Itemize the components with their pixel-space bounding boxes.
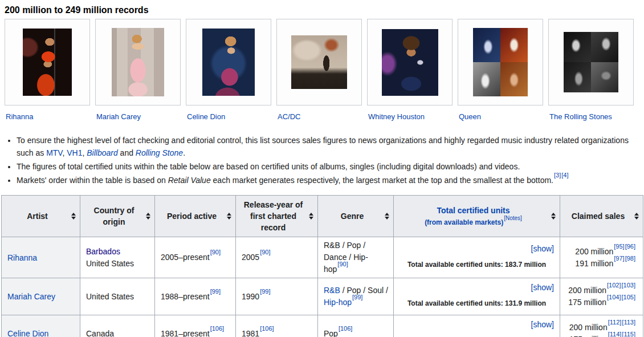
show-toggle-row: [show] [400, 282, 554, 293]
total-certified-units-link[interactable]: Total certified units [437, 206, 510, 215]
column-header-country[interactable]: Country of origin [80, 196, 155, 237]
gallery-caption-link-rihanna[interactable]: Rihanna [6, 112, 33, 121]
column-header-label: Claimed sales [572, 212, 625, 221]
column-header-period[interactable]: Period active [155, 196, 236, 237]
artist-link[interactable]: Celine Dion [7, 329, 48, 337]
reference-link[interactable]: [95] [614, 243, 624, 250]
wiki-link[interactable]: Billboard [87, 148, 117, 157]
sort-icon [634, 213, 639, 220]
column-header-artist[interactable]: Artist [2, 196, 80, 237]
gallery-thumb-mariah[interactable] [95, 19, 181, 105]
gallery-caption: AC/DC [276, 112, 362, 121]
reference-link[interactable]: [99] [352, 294, 362, 301]
column-header-claimed[interactable]: Claimed sales [560, 196, 643, 237]
claimed-sales-line: 191 million[97][98] [566, 258, 635, 270]
reference-link[interactable]: [3] [554, 172, 561, 178]
reference: [3] [554, 172, 561, 178]
reference: [90] [260, 249, 270, 255]
reference-link[interactable]: [96] [625, 243, 635, 250]
gallery-caption-link-acdc[interactable]: AC/DC [278, 112, 300, 121]
reference-link[interactable]: [106] [260, 325, 274, 332]
reference-link[interactable]: [114] [608, 331, 622, 337]
note-item-2: The figures of total certified units wit… [17, 160, 641, 173]
gallery-thumb-acdc[interactable] [276, 19, 362, 105]
column-header-genre[interactable]: Genre [318, 196, 394, 237]
reference: [106] [339, 325, 352, 332]
rolling-stones-photo [564, 32, 618, 92]
gallery-caption: Celine Dion [186, 112, 271, 121]
show-toggle[interactable]: [show] [531, 283, 554, 292]
column-header-certified[interactable]: Total certified units(from available mar… [394, 196, 560, 237]
reference: [90] [210, 249, 221, 255]
reference-link[interactable]: [105] [622, 294, 635, 301]
reference-link[interactable]: [113] [622, 319, 635, 326]
gallery-thumb-celine[interactable] [186, 19, 271, 105]
wiki-link[interactable]: VH1 [67, 148, 82, 157]
reference: [97] [614, 255, 624, 262]
whitney-houston-photo [382, 29, 438, 96]
notes-reference: [Notes] [504, 215, 522, 221]
gallery-thumb-stones[interactable] [548, 19, 634, 105]
sort-icon [385, 213, 390, 220]
gallery-caption-link-stones[interactable]: The Rolling Stones [549, 112, 612, 121]
notes-reference-link[interactable]: [Notes] [504, 215, 522, 221]
reference-link[interactable]: [112] [608, 319, 622, 326]
gallery-thumb-whitney[interactable] [367, 19, 453, 105]
gallery-item-stones: The Rolling Stones [548, 19, 634, 121]
wiki-link[interactable]: MTV [46, 148, 62, 157]
genre-cell: R&B / Pop / Soul / Hip-hop[99] [318, 278, 394, 315]
column-header-release[interactable]: Release-year of first charted record [236, 196, 318, 237]
table-row: RihannaBarbadosUnited States2005–present… [2, 237, 643, 278]
table-row: Mariah CareyUnited States1988–present[99… [2, 278, 643, 315]
reference-link[interactable]: [90] [337, 261, 348, 267]
gallery-caption-link-celine[interactable]: Celine Dion [187, 112, 225, 121]
column-header-label: Genre [341, 212, 364, 221]
sort-icon [71, 213, 76, 220]
reference-link[interactable]: [99] [260, 288, 270, 295]
gallery-caption-link-whitney[interactable]: Whitney Houston [368, 112, 425, 121]
note-item-1: To ensure the highest level of fact chec… [17, 134, 641, 159]
wiki-link[interactable]: R&B [324, 286, 340, 295]
column-header-title: Total certified units [400, 205, 547, 216]
sort-icon [309, 213, 314, 220]
gallery-thumb-queen[interactable] [458, 19, 543, 105]
certified-units-cell: [show]Total available certified units: 1… [394, 237, 560, 278]
available-markets-link[interactable]: (from available markets) [425, 218, 503, 226]
gallery-thumb-rihanna[interactable] [5, 19, 90, 105]
show-toggle[interactable]: [show] [531, 244, 554, 253]
gallery-caption-link-queen[interactable]: Queen [459, 112, 481, 121]
sort-up-arrow [227, 213, 231, 216]
claimed-sales-line: 175 million[104][105] [566, 297, 635, 308]
reference-link[interactable]: [98] [625, 255, 635, 262]
mariah-carey-photo [112, 28, 164, 96]
reference-link[interactable]: [99] [210, 288, 221, 295]
reference-link[interactable]: [4] [561, 172, 568, 178]
country-cell: BarbadosUnited States [80, 237, 155, 278]
reference-link[interactable]: [97] [614, 255, 624, 262]
gallery-item-rihanna: Rihanna [5, 19, 90, 121]
reference-link[interactable]: [90] [260, 249, 270, 255]
celine-dion-photo [202, 29, 255, 96]
total-certified-units-value: Total available certified units: 183.7 m… [400, 259, 554, 271]
sort-down-arrow [146, 217, 150, 220]
notes-list: To ensure the highest level of fact chec… [6, 134, 641, 186]
wiki-link[interactable]: Barbados [86, 247, 120, 256]
wiki-link[interactable]: Rolling Stone [136, 148, 183, 157]
reference-link[interactable]: [102] [607, 282, 621, 289]
artist-link[interactable]: Mariah Carey [7, 292, 55, 301]
queen-photo [473, 28, 528, 96]
reference: [99] [210, 288, 221, 295]
reference-link[interactable]: [115] [622, 331, 635, 337]
reference: [95] [614, 243, 624, 250]
gallery-caption: Queen [458, 112, 543, 121]
show-toggle[interactable]: [show] [531, 320, 554, 329]
reference-link[interactable]: [103] [622, 282, 635, 289]
reference-link[interactable]: [104] [607, 294, 621, 301]
sort-down-arrow [634, 217, 639, 220]
reference-link[interactable]: [106] [210, 325, 224, 332]
artist-link[interactable]: Rihanna [7, 253, 37, 262]
reference-link[interactable]: [90] [210, 249, 221, 255]
gallery-caption-link-mariah[interactable]: Mariah Carey [96, 112, 141, 121]
reference-link[interactable]: [106] [339, 325, 352, 332]
wiki-link[interactable]: Hip-hop [324, 298, 352, 307]
